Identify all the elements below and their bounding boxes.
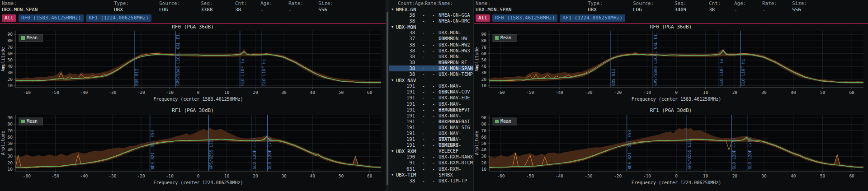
tree-item-row[interactable]: 191--UBX-NAV-RELPOSNED xyxy=(389,113,473,119)
collapse-triangle-icon[interactable]: ▼ xyxy=(392,8,396,11)
svg-text:-20: -20 xyxy=(137,90,145,95)
svg-text:Mean: Mean xyxy=(27,119,38,124)
svg-text:Mean: Mean xyxy=(500,119,511,124)
tree-group-row[interactable]: ▼UBX-NAV xyxy=(389,77,473,83)
svg-text:20: 20 xyxy=(481,77,487,82)
tree-item-cell: - xyxy=(425,166,435,178)
tab-all[interactable]: All xyxy=(2,14,16,22)
label-type: Type: xyxy=(114,0,159,7)
svg-text:70: 70 xyxy=(8,45,13,50)
svg-text:60: 60 xyxy=(481,135,487,140)
svg-text:10: 10 xyxy=(224,173,230,178)
svg-text:30: 30 xyxy=(281,90,287,95)
tree-item-row[interactable]: 38--NMEA-GN-GGA xyxy=(389,12,473,18)
svg-text:GPS/QZSS L2C: GPS/QZSS L2C xyxy=(687,140,692,169)
tree-item-row[interactable]: 191--UBX-NAV-HPPOSECEF xyxy=(389,101,473,107)
svg-text:40: 40 xyxy=(481,147,487,152)
tree-item-row[interactable]: 191--UBX-NAV-PVT xyxy=(389,107,473,113)
tab-rf1[interactable]: RF1 (1224.006250MHz) xyxy=(86,14,151,22)
svg-text:BDS B2I, GAL E5B: BDS B2I, GAL E5B xyxy=(151,130,155,169)
tree-item-cell: 38 xyxy=(389,71,415,77)
tree-scrollbar-thumb[interactable] xyxy=(387,12,388,185)
svg-text:50: 50 xyxy=(481,141,487,146)
tree-item-row[interactable]: 190--UBX-RXM-RAWX xyxy=(389,154,473,160)
tree-item-row[interactable]: 191--UBX-NAV-SIG xyxy=(389,125,473,130)
tree-item-row[interactable]: 38--UBX-MON-HW2 xyxy=(389,42,473,48)
tree-group-row[interactable]: ▼UBX-MON xyxy=(389,24,473,30)
tree-item-row[interactable]: 38--NMEA-GN-RMC xyxy=(389,18,473,24)
tree-header-age: Age: xyxy=(415,0,425,6)
tree-item-name: UBX-MON-SPAN xyxy=(435,65,473,71)
svg-text:70: 70 xyxy=(481,128,487,133)
tree-item-cell: - xyxy=(415,36,425,42)
tree-item-cell: - xyxy=(415,119,425,125)
svg-text:-30: -30 xyxy=(585,90,592,95)
message-tree-panel: Count: Age: Rate: Name: ▼NMEA-GN38--NMEA… xyxy=(386,0,474,191)
svg-text:0: 0 xyxy=(197,173,200,178)
svg-text:30: 30 xyxy=(281,173,287,178)
svg-text:40: 40 xyxy=(8,64,13,69)
tab-all[interactable]: All xyxy=(476,14,490,22)
value-rate: - xyxy=(762,7,792,13)
legend: Mean xyxy=(19,34,42,42)
svg-text:GLO L2OF (-7): GLO L2OF (-7) xyxy=(732,138,736,169)
svg-text:-60: -60 xyxy=(23,90,31,95)
spectrum-plot: BDS B2I, GAL E5BGPS/QZSS L2CGLO L2OF (-7… xyxy=(0,113,386,191)
tree-item-row[interactable]: 191--UBX-NAV-STATUS xyxy=(389,130,473,136)
tree-item-row[interactable]: 91--UBX-RXM-RTCM xyxy=(389,160,473,166)
label-cnt: Cnt: xyxy=(235,0,260,7)
tree-item-row[interactable]: 191--UBX-NAV-VELECEF xyxy=(389,142,473,148)
tree-item-row[interactable]: 38--UBX-MON-MSGPP xyxy=(389,54,473,60)
tree-item-name: UBX-RXM-RAWX xyxy=(435,154,473,160)
svg-text:-50: -50 xyxy=(526,173,534,178)
tree-item-row[interactable]: 191--UBX-NAV-CLOCK xyxy=(389,83,473,89)
tree-item-cell: 38 xyxy=(389,65,415,71)
svg-text:60: 60 xyxy=(849,90,854,95)
svg-text:30: 30 xyxy=(761,90,767,95)
tree-item-name: UBX-NAV-SIG xyxy=(435,125,473,130)
collapse-triangle-icon[interactable]: ▼ xyxy=(392,25,396,29)
svg-text:-60: -60 xyxy=(497,90,505,95)
tree-item-row[interactable]: 37--UBX-MON-HW xyxy=(389,36,473,42)
tree-item-row[interactable]: 38--UBX-MON-RF xyxy=(389,60,473,65)
collapse-triangle-icon[interactable]: ▼ xyxy=(392,173,396,177)
svg-text:BDS B1I: BDS B1I xyxy=(611,69,616,86)
message-tree: Count: Age: Rate: Name: ▼NMEA-GN38--NMEA… xyxy=(389,0,473,191)
svg-text:-50: -50 xyxy=(52,173,59,178)
message-header-left: Name: Type: Source: Seq: Cnt: Age: Rate:… xyxy=(0,0,386,13)
tree-item-cell: - xyxy=(425,12,435,18)
tree-item-row[interactable]: 38--UBX-MON-HW3 xyxy=(389,48,473,54)
tree-group-row[interactable]: ▼NMEA-GN xyxy=(389,6,473,12)
tree-item-row[interactable]: 191--UBX-NAV-COV xyxy=(389,89,473,95)
tree-item-row[interactable]: 191--UBX-NAV-SAT xyxy=(389,119,473,125)
tree-item-cell: - xyxy=(415,89,425,95)
collapse-triangle-icon[interactable]: ▼ xyxy=(392,79,396,82)
tree-item-row[interactable]: 38--UBX-MON-TEMP xyxy=(389,71,473,77)
tree-item-cell: 37 xyxy=(389,36,415,42)
collapse-triangle-icon[interactable]: ▼ xyxy=(392,149,396,153)
svg-text:-20: -20 xyxy=(614,90,622,95)
label-size: Size: xyxy=(318,0,386,7)
value-seq: 3388 xyxy=(201,7,235,13)
label-rate: Rate: xyxy=(288,0,318,7)
svg-text:Frequency (center 1224.006250M: Frequency (center 1224.006250MHz) xyxy=(153,180,243,185)
value-size: 556 xyxy=(792,7,868,13)
tree-item-row[interactable]: 38--UBX-MON-SPAN xyxy=(389,65,473,71)
svg-text:GLO L1OF lo: GLO L1OF lo xyxy=(241,59,245,86)
tab-rf0[interactable]: RF0 (1583.461250MHz) xyxy=(492,14,557,22)
svg-text:10: 10 xyxy=(481,167,487,172)
tab-rf0[interactable]: RF0 (1583.461250MHz) xyxy=(19,14,84,22)
tree-item-row[interactable]: 191--UBX-NAV-TIMEGPS xyxy=(389,136,473,142)
tree-item-row[interactable]: 631--UBX-RXM-SFRBX xyxy=(389,166,473,172)
tree-item-cell: 191 xyxy=(389,95,415,101)
svg-text:70: 70 xyxy=(481,45,487,50)
tree-item-row[interactable]: 38--UBX-MON-COMMS xyxy=(389,30,473,36)
value-age: - xyxy=(260,7,288,13)
rf0-spectrum-chart-right: RF0 (PGA 36dB) BDS B1IGPS/SBAS L1CA, GAL… xyxy=(474,24,868,107)
tree-item-name: UBX-MON-HW2 xyxy=(435,42,473,48)
tab-rf1[interactable]: RF1 (1224.006250MHz) xyxy=(560,14,625,22)
svg-text:60: 60 xyxy=(367,173,373,178)
tree-item-cell: - xyxy=(425,160,435,166)
tree-item-row[interactable]: 38--UBX-TIM-TP xyxy=(389,178,473,184)
tree-item-row[interactable]: 191--UBX-NAV-EOE xyxy=(389,95,473,101)
